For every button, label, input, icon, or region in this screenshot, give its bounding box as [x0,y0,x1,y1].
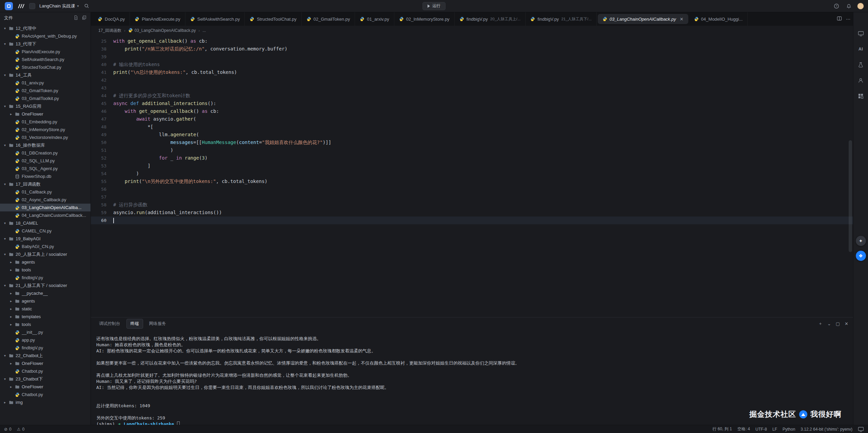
account-icon[interactable] [856,76,865,85]
editor-tab[interactable]: 04_ModelIO_Huggi... [689,12,748,26]
monitor-icon[interactable] [856,29,865,38]
editor-tab[interactable]: SelfAskwithSearch.py [185,12,245,26]
code-line[interactable]: 60 [91,216,853,224]
tree-item[interactable]: ▸tools [0,321,91,328]
tree-item[interactable]: 01_DBCreation.py [0,149,91,157]
tree-item[interactable]: ▾14_工具 [0,71,91,79]
status-item[interactable]: 行 60, 列 1 [712,426,732,432]
editor-tab[interactable]: 01_arxiv.py [355,12,394,26]
tree-item[interactable]: ▸OneFlower [0,110,91,118]
code-editor[interactable]: 25with get_openai_callback() as cb:38 pr… [91,35,853,317]
close-icon[interactable]: ✕ [680,17,684,22]
tree-item[interactable]: PlanAndExecute.py [0,48,91,56]
status-item[interactable]: 3.12.2 64-bit ('shims': pyenv) [801,427,852,432]
tree-item[interactable]: 01_Callback.py [0,188,91,196]
editor-tab[interactable]: StructedToolChat.py [245,12,301,26]
user-avatar[interactable] [857,3,864,9]
tree-item[interactable]: ▸agents [0,258,91,266]
code-line[interactable]: 43 [91,84,853,92]
tree-item[interactable]: 02_Async_Callback.py [0,196,91,204]
editor-tab[interactable]: 03_LangChainOpenAICallback.py✕ [598,14,688,24]
status-item[interactable]: UTF-8 [755,427,767,432]
app-logo-icon[interactable] [5,2,13,10]
code-line[interactable]: 57 [91,193,853,201]
project-name-menu[interactable]: LangChain 实战课 ▾ [39,3,79,9]
plugin-badge-dark[interactable]: ✦ [856,236,866,246]
code-line[interactable]: 39 [91,53,853,61]
tree-item[interactable]: ReActAgent_with_Debug.py [0,32,91,40]
tree-item[interactable]: ▾22_Chatbot上 [0,352,91,359]
run-button[interactable]: 运行 [422,2,446,10]
tree-item[interactable]: ▾21_人脉工具下 / socializer [0,282,91,289]
tree-item[interactable]: SelfAskwithSearch.py [0,56,91,63]
collapse-all-icon[interactable] [82,15,86,21]
tree-item[interactable]: CAMEL_CN.py [0,227,91,235]
tree-item[interactable]: ▸img [0,398,91,406]
panel-tab[interactable]: 网络服务 [145,319,170,329]
tree-item[interactable]: 03_SQL_Agent.py [0,165,91,172]
help-icon[interactable]: ? [833,2,840,10]
tree-item[interactable]: 03_LangChainOpenAICallba... [0,204,91,211]
code-line[interactable]: 40# 输出使用的tokens [91,61,853,68]
editor-tab[interactable]: DocQA.py [93,12,130,26]
tree-item[interactable]: ▸agents [0,297,91,305]
tree-item[interactable]: 03_GmailToolkit.py [0,95,91,102]
code-line[interactable]: 38 print("/n第三次对话后的记忆:/n", conversation.… [91,45,853,53]
split-editor-icon[interactable] [837,16,842,22]
tree-item[interactable]: 03_VectorstoreIndex.py [0,133,91,141]
plugin-badge-blue[interactable]: ❖ [856,251,866,261]
tree-item[interactable]: BabyAGI_CN.py [0,243,91,250]
code-line[interactable]: 53 ] [91,162,853,170]
code-line[interactable]: 52 for _ in range(3) [91,154,853,162]
code-line[interactable]: 46 with get_openai_callback() as cb: [91,107,853,115]
terminal[interactable]: 还有玫瑰也是很经典的选择。红玫瑰热情似火，粉玫瑰温柔甜美，白玫瑰纯洁高雅，你可以… [91,330,853,425]
code-line[interactable]: 50 messages=[[HumanMessage(content="我姐姐喜… [91,139,853,146]
tree-item[interactable]: 02_SQL_LLM.py [0,157,91,165]
plus-icon[interactable]: ＋ [818,321,823,327]
beaker-icon[interactable] [856,60,865,69]
code-line[interactable]: 47 await asyncio.gather( [91,115,853,123]
breadcrumb-item[interactable]: 17_回调函数 [98,28,121,34]
bell-icon[interactable] [845,2,852,10]
tree-item[interactable]: 01_arxiv.py [0,79,91,87]
tree-item[interactable]: 01_Embedding.py [0,118,91,126]
tree-item[interactable]: ▾23_Chatbot下 [0,375,91,383]
status-item[interactable]: Python [783,427,795,432]
tree-item[interactable]: ▾12_代理中 [0,24,91,32]
code-line[interactable]: 49 llm.agenerate( [91,131,853,139]
editor-tab[interactable]: PlanAndExecute.py [130,12,185,26]
tree-item[interactable]: __init__.py [0,328,91,336]
editor-tab[interactable]: 02_InMemoryStore.py [394,12,455,26]
tree-item[interactable]: ▾19_BabyAGI [0,235,91,243]
code-line[interactable]: 56 [91,185,853,193]
more-actions-icon[interactable]: ⋯ [846,17,850,22]
code-line[interactable]: 25with get_openai_callback() as cb: [91,37,853,45]
ai-icon[interactable]: AI [856,45,865,54]
tree-item[interactable]: ▾20_人脉工具上 / socializer [0,250,91,258]
code-line[interactable]: 59asyncio.run(additional_interactions()) [91,209,853,216]
tree-item[interactable]: StructedToolChat.py [0,63,91,71]
tree-item[interactable]: ▸__pycache__ [0,289,91,297]
tree-item[interactable]: ▸OneFlower [0,383,91,391]
tree-item[interactable]: ▸OneFlower [0,359,91,367]
code-line[interactable]: 44# 进行更多的异步交互和token计数 [91,92,853,100]
warning-icon[interactable]: ⚠0 [17,427,24,432]
editor-tab[interactable]: 02_GmailToken.py [302,12,355,26]
close-icon[interactable]: ✕ [845,321,848,326]
tree-item[interactable]: ▸static [0,305,91,313]
tree-item[interactable]: 02_GmailToken.py [0,87,91,95]
chevron-down-icon[interactable]: ⌄ [827,321,831,326]
status-item[interactable]: 空格: 4 [737,426,750,432]
code-line[interactable]: 42 [91,76,853,84]
maximize-panel-icon[interactable]: ▢ [836,321,840,326]
monitor-icon[interactable] [858,426,864,432]
tree-item[interactable]: findbigV.py [0,344,91,352]
status-item[interactable]: LF [772,427,777,432]
tree-item[interactable]: 04_LangChainCustomCallback... [0,211,91,219]
new-file-icon[interactable] [74,15,78,21]
tree-item[interactable]: app.py [0,336,91,344]
tree-item[interactable]: ▾17_回调函数 [0,180,91,188]
code-line[interactable]: 58# 运行异步函数 [91,201,853,209]
tree-item[interactable]: ▾16_操作数据库 [0,141,91,149]
tree-item[interactable]: ▾13_代理下 [0,40,91,48]
